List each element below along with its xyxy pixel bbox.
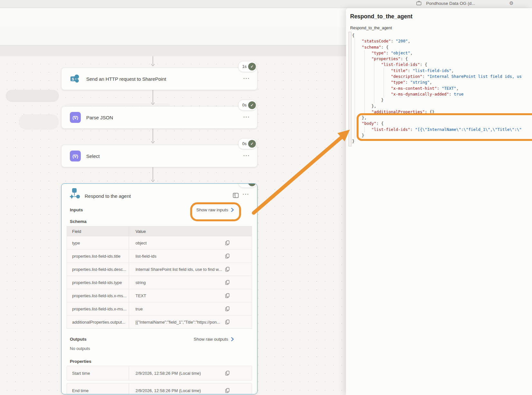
show-raw-outputs-link[interactable]: Show raw outputs [194, 337, 234, 342]
copy-value-button[interactable] [224, 292, 230, 299]
outputs-section-label: Outputs [70, 337, 87, 342]
schema-table-row: additionalProperties.output... [{"Intern… [67, 315, 252, 328]
action-title: Respond to the agent [85, 193, 131, 199]
field-cell: properties.list-field-ids.type [67, 280, 129, 285]
copy-value-button[interactable] [224, 319, 230, 325]
code-line: "description": "Internal SharePoint list… [352, 74, 522, 79]
action-menu-ellipsis[interactable]: ··· [243, 153, 250, 158]
code-gutter-scrollbar[interactable] [349, 32, 351, 146]
value-cell: TEXT [129, 289, 252, 302]
schema-table-row: properties.list-field-ids.x-ms... TEXT [67, 289, 252, 302]
property-row-end-time: End time 2/9/2026, 12:58:26 PM (Local ti… [67, 383, 252, 394]
value-cell: 2/9/2026, 12:58:26 PM (Local time) [129, 366, 252, 380]
value-cell: [{"InternalName":"field_1","Title":"http… [129, 316, 252, 328]
action-menu-ellipsis[interactable]: ··· [243, 76, 250, 81]
indent-guide [355, 38, 355, 138]
header-band [0, 8, 348, 27]
value-cell: 2/9/2026, 12:58:26 PM (Local time) [129, 383, 252, 394]
properties-section-label: Properties [70, 359, 91, 364]
top-navigation-bar: Pondhouse Data OG (d... ⚙ [0, 0, 532, 8]
flow-connector-arrow[interactable] [151, 89, 155, 105]
svg-text:S: S [72, 77, 74, 81]
field-cell: properties.list-field-ids.x-ms... [67, 307, 129, 311]
field-cell: additionalProperties.output... [67, 320, 129, 325]
toolbar-band [0, 27, 348, 45]
data-operation-icon: {∇} [70, 112, 81, 123]
agent-respond-icon [69, 188, 81, 202]
field-cell: properties.list-field-ids.title [67, 254, 129, 259]
duration-label: 0s [242, 103, 247, 107]
code-line: } [352, 133, 522, 138]
raw-inputs-code-viewer: { "statusCode": "200", "schema": { "type… [352, 32, 522, 144]
environment-selector[interactable]: Pondhouse Data OG (d... [426, 0, 475, 6]
gear-icon[interactable]: ⚙ [509, 0, 513, 5]
field-cell: type [67, 241, 129, 245]
status-badge: 1s ✓ [238, 61, 257, 72]
copy-value-button[interactable] [224, 370, 230, 376]
action-card-send-an-http-request-to-sharepoint[interactable]: S Send an HTTP request to SharePoint ···… [61, 68, 257, 90]
action-title: Parse JSON [86, 115, 113, 120]
sharepoint-icon: S [70, 73, 81, 84]
flow-connector-arrow[interactable] [151, 56, 155, 67]
field-cell: properties.list-field-ids.x-ms... [67, 293, 129, 298]
duration-label: 0s [242, 183, 247, 185]
value-cell: list-field-ids [129, 250, 252, 262]
code-line: } [352, 97, 522, 103]
inputs-section-label: Inputs [70, 207, 83, 212]
value-cell: true [129, 302, 252, 315]
field-cell: properties.list-field-ids.desc... [67, 267, 129, 272]
schema-table-header: Field Value [67, 226, 252, 236]
flow-connector-arrow[interactable] [151, 167, 155, 182]
duration-label: 0s [242, 142, 247, 146]
duration-label: 1s [242, 64, 247, 69]
field-cell: End time [67, 388, 129, 393]
code-line: "x-ms-content-hint": "TEXT", [352, 86, 522, 91]
action-card-select[interactable]: {∇} Select ··· 0s ✓ [61, 145, 257, 167]
copy-value-button[interactable] [224, 253, 230, 259]
code-line: "additionalProperties": {} [352, 109, 522, 115]
no-outputs-text: No outputs [70, 346, 90, 351]
value-cell: string [129, 276, 252, 289]
code-line: "properties": { [352, 56, 522, 62]
copy-value-button[interactable] [224, 279, 230, 286]
action-menu-ellipsis[interactable]: ··· [243, 115, 250, 119]
show-raw-inputs-link[interactable]: Show raw inputs [196, 207, 234, 212]
copy-value-button[interactable] [224, 240, 230, 246]
canvas-watermark-shape [19, 114, 59, 130]
panel-title: Respond_to_the_agent [350, 13, 413, 20]
chevron-right-icon [231, 337, 234, 341]
code-line: "type": "object", [352, 50, 522, 56]
code-line: "statusCode": "200", [352, 38, 522, 44]
open-side-panel-icon[interactable] [233, 192, 239, 200]
action-card-parse-json[interactable]: {∇} Parse JSON ··· 0s ✓ [61, 106, 257, 129]
schema-table-row: type object [67, 236, 252, 249]
raw-inputs-panel: Respond_to_the_agent Respond_to_the_agen… [346, 8, 532, 395]
action-title: Select [86, 153, 100, 159]
data-operation-icon: {∇} [70, 151, 81, 161]
success-check-icon: ✓ [248, 101, 256, 109]
success-check-icon: ✓ [248, 63, 256, 70]
schema-table: Field Value type object properties.list-… [67, 226, 252, 329]
indent-guide [364, 127, 365, 133]
indent-guide [364, 50, 365, 115]
indent-guide [374, 62, 374, 103]
status-badge: 0s ✓ [238, 100, 257, 110]
action-menu-ellipsis[interactable]: ··· [243, 191, 249, 197]
schema-table-row: properties.list-field-ids.x-ms... true [67, 302, 252, 315]
schema-table-row: properties.list-field-ids.desc... Intern… [67, 262, 252, 276]
copy-value-button[interactable] [224, 387, 230, 394]
copy-value-button[interactable] [224, 266, 230, 272]
environment-icon [416, 0, 422, 7]
value-cell: Internal SharePoint list field ids, use … [129, 263, 252, 276]
panel-code-label: Respond_to_the_agent [350, 26, 392, 30]
column-header-value: Value [129, 226, 252, 236]
code-line: } [352, 138, 522, 144]
copy-value-button[interactable] [224, 306, 230, 312]
flow-connector-arrow[interactable] [151, 128, 155, 144]
schema-table-row: properties.list-field-ids.title list-fie… [67, 249, 252, 262]
code-line: "body": { [352, 121, 522, 126]
status-badge: 0s ✓ [238, 183, 257, 188]
column-header-field: Field [67, 229, 129, 234]
canvas-watermark-shape [6, 90, 59, 102]
action-card-respond-to-the-agent[interactable]: Respond to the agent ··· Inputs Show raw… [61, 183, 257, 394]
